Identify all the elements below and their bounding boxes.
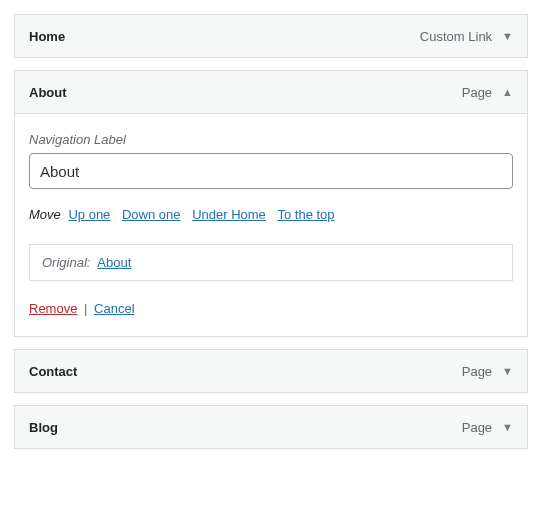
cancel-link[interactable]: Cancel	[94, 301, 134, 316]
navigation-label-text: Navigation Label	[29, 132, 513, 147]
original-label: Original:	[42, 255, 90, 270]
original-box: Original: About	[29, 244, 513, 281]
chevron-down-icon: ▼	[502, 422, 513, 433]
menu-item-settings: Navigation Label Move Up one Down one Un…	[14, 114, 528, 337]
navigation-label-input[interactable]	[29, 153, 513, 189]
chevron-down-icon: ▼	[502, 366, 513, 377]
menu-item-type: Page	[462, 85, 492, 100]
menu-item-type: Custom Link	[420, 29, 492, 44]
menu-item-meta: Page ▲	[462, 85, 513, 100]
menu-item-bar-contact[interactable]: Contact Page ▼	[14, 349, 528, 393]
move-row: Move Up one Down one Under Home To the t…	[29, 207, 513, 222]
menu-item-about: About Page ▲ Navigation Label Move Up on…	[14, 70, 528, 337]
actions-row: Remove | Cancel	[29, 301, 513, 316]
chevron-up-icon: ▲	[502, 87, 513, 98]
menu-item-bar-blog[interactable]: Blog Page ▼	[14, 405, 528, 449]
menu-item-meta: Custom Link ▼	[420, 29, 513, 44]
chevron-down-icon: ▼	[502, 31, 513, 42]
menu-item-type: Page	[462, 364, 492, 379]
menu-item-type: Page	[462, 420, 492, 435]
menu-item-bar-home[interactable]: Home Custom Link ▼	[14, 14, 528, 58]
remove-link[interactable]: Remove	[29, 301, 77, 316]
menu-item-blog: Blog Page ▼	[14, 405, 528, 449]
menu-item-bar-about[interactable]: About Page ▲	[14, 70, 528, 114]
menu-item-meta: Page ▼	[462, 420, 513, 435]
menu-item-title: Blog	[29, 420, 58, 435]
menu-item-title: About	[29, 85, 67, 100]
action-divider: |	[84, 301, 87, 316]
move-under-home-link[interactable]: Under Home	[192, 207, 266, 222]
move-label: Move	[29, 207, 61, 222]
menu-item-home: Home Custom Link ▼	[14, 14, 528, 58]
move-down-one-link[interactable]: Down one	[122, 207, 181, 222]
original-link[interactable]: About	[97, 255, 131, 270]
menu-item-title: Home	[29, 29, 65, 44]
menu-item-meta: Page ▼	[462, 364, 513, 379]
menu-item-title: Contact	[29, 364, 77, 379]
move-to-top-link[interactable]: To the top	[277, 207, 334, 222]
move-up-one-link[interactable]: Up one	[68, 207, 110, 222]
menu-item-contact: Contact Page ▼	[14, 349, 528, 393]
